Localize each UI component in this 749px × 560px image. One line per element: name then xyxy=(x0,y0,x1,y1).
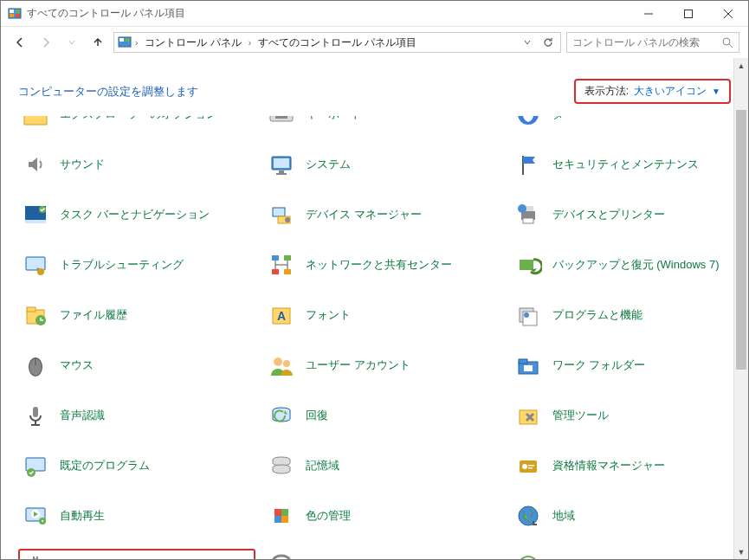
cp-item-device-mgr[interactable]: デバイス マネージャー xyxy=(264,197,501,232)
svg-rect-83 xyxy=(281,509,288,516)
svg-rect-14 xyxy=(24,116,47,125)
search-icon[interactable] xyxy=(721,36,733,48)
svg-rect-10 xyxy=(119,38,124,42)
cp-item-label: 既定のプログラム xyxy=(60,458,150,473)
cp-item-power[interactable]: 電源オプション xyxy=(18,549,255,560)
device-mgr-icon xyxy=(268,201,295,229)
backup-icon xyxy=(514,251,542,279)
addr-dropdown[interactable] xyxy=(519,34,536,51)
scrollbar[interactable]: ▲ ▼ xyxy=(733,58,748,559)
cp-item-label: プログラムと機能 xyxy=(552,307,642,323)
cp-item-label: ワーク フォルダー xyxy=(552,357,646,373)
window-title: すべてのコントロール パネル項目 xyxy=(27,6,629,21)
cp-item-mouse[interactable]: マウス xyxy=(18,348,255,383)
keyboard-icon xyxy=(268,116,295,128)
svg-point-37 xyxy=(518,204,526,213)
cp-item-label: 資格情報マネージャー xyxy=(552,458,665,473)
flag-icon xyxy=(514,151,542,178)
forward-button[interactable] xyxy=(36,32,56,53)
cp-item-file-history[interactable]: ファイル履歴 xyxy=(18,298,255,332)
color-mgmt-icon xyxy=(268,502,295,530)
back-button[interactable] xyxy=(10,32,30,53)
programs-icon xyxy=(514,301,542,329)
cp-item-programs[interactable]: プログラムと機能 xyxy=(511,298,748,332)
breadcrumb[interactable]: すべてのコントロール パネル項目 xyxy=(255,35,420,50)
cp-item-backup[interactable]: バックアップと復元 (Windows 7) xyxy=(511,248,748,282)
cp-item-label: サウンド xyxy=(60,157,105,172)
cp-item-flag[interactable]: セキュリティとメンテナンス xyxy=(511,147,748,182)
recent-dropdown[interactable] xyxy=(61,32,82,53)
cp-item-label: デバイス マネージャー xyxy=(306,207,422,222)
cp-item-folder[interactable]: エクスプローラーのオプション xyxy=(18,116,255,132)
cp-item-label: マウス xyxy=(60,357,94,373)
items-grid: エクスプローラーのオプションキーボードターサウンドシステムセキュリティとメンテナ… xyxy=(18,116,748,560)
cp-item-admin-tools[interactable]: 管理ツール xyxy=(511,398,748,433)
cp-item-shield-center[interactable]: ター xyxy=(511,116,748,132)
cp-item-color-mgmt[interactable]: 色の管理 xyxy=(264,499,501,533)
app-icon xyxy=(8,7,22,21)
sync-icon xyxy=(514,552,542,560)
cp-item-speaker[interactable]: サウンド xyxy=(18,147,255,182)
cp-item-printer[interactable]: デバイスとプリンター xyxy=(511,197,748,232)
svg-rect-26 xyxy=(276,173,287,175)
svg-rect-82 xyxy=(274,509,281,516)
view-value: 大きいアイコン xyxy=(634,84,707,99)
cp-item-work-folder[interactable]: ワーク フォルダー xyxy=(511,348,748,383)
address-bar[interactable]: › コントロール パネル › すべてのコントロール パネル項目 xyxy=(113,32,561,53)
cp-item-label: 地域 xyxy=(552,508,575,524)
close-button[interactable] xyxy=(708,1,748,27)
navbar: › コントロール パネル › すべてのコントロール パネル項目 xyxy=(1,27,748,58)
cp-item-region[interactable]: 地域 xyxy=(511,499,748,533)
cp-item-keyboard[interactable]: キーボード xyxy=(264,116,501,132)
cp-item-users[interactable]: ユーザー アカウント xyxy=(264,348,501,383)
titlebar: すべてのコントロール パネル項目 xyxy=(1,1,748,27)
cp-item-network[interactable]: ネットワークと共有センター xyxy=(264,248,501,282)
svg-rect-31 xyxy=(273,208,285,216)
cp-item-monitor[interactable]: システム xyxy=(264,147,501,182)
svg-rect-71 xyxy=(26,458,45,471)
scroll-down[interactable]: ▼ xyxy=(734,544,748,559)
cp-item-troubleshoot[interactable]: トラブルシューティング xyxy=(18,248,255,282)
svg-rect-3 xyxy=(10,14,14,17)
cp-item-label: 回復 xyxy=(306,408,328,423)
svg-point-95 xyxy=(519,557,538,560)
svg-rect-29 xyxy=(25,220,46,223)
svg-point-12 xyxy=(723,38,730,45)
svg-rect-66 xyxy=(33,407,38,417)
up-button[interactable] xyxy=(87,32,108,53)
svg-rect-38 xyxy=(26,257,45,270)
cp-item-storage[interactable]: 記憶域 xyxy=(264,448,501,483)
scroll-up[interactable]: ▲ xyxy=(734,58,748,73)
svg-rect-11 xyxy=(126,38,130,42)
cp-item-label: 音声認識 xyxy=(60,408,105,423)
cp-item-mic[interactable]: 音声認識 xyxy=(18,398,255,433)
minimize-button[interactable] xyxy=(629,1,668,27)
svg-rect-90 xyxy=(36,557,38,560)
cp-item-sync[interactable]: 同期センター xyxy=(511,549,748,560)
cp-item-recovery[interactable]: 回復 xyxy=(264,398,501,433)
svg-rect-2 xyxy=(16,10,20,13)
users-icon xyxy=(268,351,295,379)
svg-rect-65 xyxy=(524,365,533,371)
view-mode-selector[interactable]: 表示方法: 大きいアイコン ▼ xyxy=(574,79,731,104)
svg-rect-43 xyxy=(284,269,291,274)
page-heading: コンピューターの設定を調整します xyxy=(18,84,574,100)
search-input[interactable] xyxy=(572,36,721,48)
svg-point-39 xyxy=(37,268,44,275)
cp-item-font[interactable]: Aフォント xyxy=(264,298,501,332)
printer-icon xyxy=(514,201,542,229)
cp-item-taskbar[interactable]: タスク バーとナビゲーション xyxy=(18,197,255,232)
breadcrumb[interactable]: コントロール パネル xyxy=(141,35,244,50)
cp-item-phone[interactable]: 電話とモデム xyxy=(264,549,501,560)
speaker-icon xyxy=(22,151,49,178)
cp-item-credentials[interactable]: 資格情報マネージャー xyxy=(511,448,748,483)
refresh-button[interactable] xyxy=(539,34,557,51)
monitor-icon xyxy=(268,151,295,178)
cp-item-default-prog[interactable]: 既定のプログラム xyxy=(18,448,255,483)
cp-item-label: システム xyxy=(306,157,351,172)
maximize-button[interactable] xyxy=(668,1,708,27)
cp-item-autoplay[interactable]: 自動再生 xyxy=(18,499,255,533)
search-box[interactable] xyxy=(566,32,739,53)
svg-point-33 xyxy=(285,217,290,222)
scroll-thumb[interactable] xyxy=(736,110,746,370)
